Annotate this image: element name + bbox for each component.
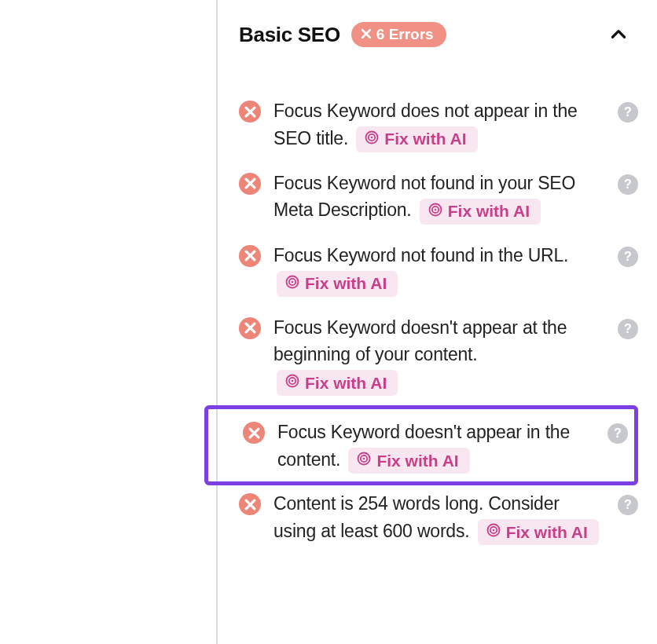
fix-with-ai-button[interactable]: Fix with AI [356, 126, 477, 152]
error-icon [243, 422, 265, 444]
ai-target-icon [486, 522, 501, 542]
error-item-body: Focus Keyword doesn't appear in the cont… [277, 419, 595, 474]
fix-button-label: Fix with AI [376, 452, 458, 470]
error-item-body: Focus Keyword not found in the URL. Fix … [273, 242, 605, 297]
panel-divider [216, 0, 218, 644]
error-item: Focus Keyword not found in your SEO Meta… [239, 165, 638, 237]
fix-button-label: Fix with AI [448, 202, 530, 221]
svg-point-2 [371, 137, 373, 139]
ai-target-icon [284, 274, 300, 294]
chevron-up-icon [608, 24, 629, 45]
ai-target-icon [364, 130, 380, 149]
help-icon[interactable]: ? [618, 247, 638, 267]
error-count-badge: 6 Errors [351, 22, 446, 47]
fix-with-ai-button[interactable]: Fix with AI [277, 271, 398, 297]
fix-button-label: Fix with AI [384, 130, 466, 148]
svg-point-11 [292, 380, 294, 382]
error-item-body: Focus Keyword doesn't appear at the begi… [273, 314, 605, 396]
svg-point-5 [434, 209, 436, 211]
help-icon[interactable]: ? [618, 319, 638, 339]
error-item: Content is 254 words long. Consider usin… [239, 485, 638, 558]
error-icon [239, 493, 261, 515]
svg-point-17 [492, 529, 494, 532]
error-text: Focus Keyword doesn't appear at the begi… [273, 317, 567, 365]
fix-with-ai-button[interactable]: Fix with AI [277, 370, 398, 396]
error-text: Focus Keyword not found in the URL. [273, 245, 568, 265]
error-icon [239, 317, 261, 339]
fix-with-ai-button[interactable]: Fix with AI [420, 199, 541, 225]
svg-point-8 [292, 280, 294, 283]
ai-target-icon [356, 451, 372, 470]
error-icon [239, 173, 261, 195]
section-title: Basic SEO [239, 23, 340, 47]
fix-with-ai-button[interactable]: Fix with AI [478, 519, 599, 545]
fix-button-label: Fix with AI [506, 523, 588, 542]
help-icon[interactable]: ? [618, 495, 638, 515]
x-icon [361, 27, 372, 42]
help-icon[interactable]: ? [618, 174, 638, 195]
collapse-toggle[interactable] [608, 24, 629, 45]
help-icon[interactable]: ? [618, 102, 638, 123]
error-icon [239, 101, 261, 123]
basic-seo-panel: Basic SEO 6 Errors Focus Keyword does no… [229, 16, 638, 558]
error-item: Focus Keyword doesn't appear at the begi… [239, 309, 638, 408]
svg-point-14 [363, 458, 365, 460]
ai-target-icon [284, 373, 300, 393]
help-icon[interactable]: ? [607, 423, 628, 444]
error-item-body: Content is 254 words long. Consider usin… [273, 490, 605, 545]
error-items-list: Focus Keyword does not appear in the SEO… [229, 93, 638, 558]
error-icon [239, 245, 261, 267]
ai-target-icon [428, 202, 443, 221]
error-item: Focus Keyword doesn't appear in the cont… [204, 405, 638, 485]
error-item-body: Focus Keyword not found in your SEO Meta… [273, 170, 605, 225]
error-item: Focus Keyword does not appear in the SEO… [239, 93, 638, 165]
fix-with-ai-button[interactable]: Fix with AI [348, 448, 469, 474]
fix-button-label: Fix with AI [305, 374, 387, 393]
error-item-body: Focus Keyword does not appear in the SEO… [273, 97, 605, 152]
section-header[interactable]: Basic SEO 6 Errors [229, 16, 638, 53]
error-item: Focus Keyword not found in the URL. Fix … [239, 237, 638, 309]
error-count-text: 6 Errors [376, 26, 434, 43]
fix-button-label: Fix with AI [305, 274, 387, 293]
